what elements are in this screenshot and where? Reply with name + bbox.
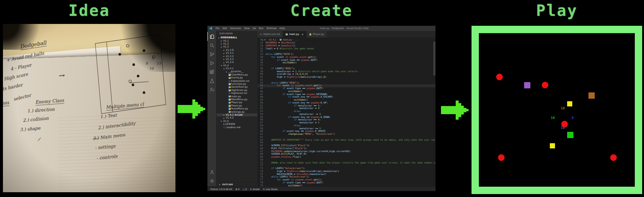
- code-line-45: 45 if event.type == pygame.QUIT:: [257, 87, 435, 90]
- tree-item-v1-4-1-arcade[interactable]: ▸V1.4.1 Arcade: [217, 113, 257, 116]
- tree-item-functions-py[interactable]: functions.py: [217, 82, 257, 85]
- tree-item-mainmenu-py[interactable]: MainMenu.py: [217, 98, 257, 101]
- tree-item-label: V1.4.1 Arcade: [226, 113, 243, 116]
- tab-main-py[interactable]: main.py×: [283, 31, 306, 38]
- tab-label: Highscore.txt: [263, 33, 280, 36]
- menu-help[interactable]: Help: [278, 27, 287, 30]
- line-number: 57: [257, 122, 266, 124]
- breadcrumb-item: V1.4.1: [269, 38, 276, 41]
- tree-item-highscore-txt[interactable]: ≡Highscore.txt: [217, 92, 257, 95]
- explorer-icon[interactable]: [207, 32, 216, 41]
- account-icon[interactable]: [207, 168, 216, 176]
- tree-item-v1-1[interactable]: ▸V1.1: [217, 39, 257, 42]
- breadcrumb-separator: ›: [293, 38, 294, 41]
- code-line-51: 51 if menuCursor == 1:: [257, 105, 435, 108]
- idea-photo: 581310 Dodgeball+ Avoid red balls4 - Pla…: [3, 24, 175, 192]
- tree-item-rulesmenu-py[interactable]: RulesMenu.py: [217, 107, 257, 110]
- code-line-60: 60 if event.key == pygame.K_SPACE:: [257, 130, 435, 133]
- chevron-right-icon: ▸: [223, 117, 225, 119]
- red-ball: [498, 154, 505, 161]
- settings-gear-icon[interactable]: [207, 176, 216, 185]
- tree-item-readme-md[interactable]: ⓘreadme.md: [217, 126, 257, 129]
- code-line-42: 42: [257, 79, 435, 82]
- menu-go[interactable]: Go: [251, 27, 257, 30]
- code-line-49: 49 exitGame(): [257, 99, 435, 102]
- line-number: 39: [257, 70, 266, 73]
- tree-item-v1-3-4[interactable]: ▸V1.3.4: [217, 61, 257, 64]
- menu-run[interactable]: Run: [257, 27, 265, 30]
- tree-item-gameover-py[interactable]: GameOver.py: [217, 85, 257, 88]
- tree-item-enemy-py[interactable]: Enemy.py: [217, 76, 257, 79]
- tree-item-power-py[interactable]: Power.py: [217, 104, 257, 107]
- tree-item-license[interactable]: §LICENSE: [217, 123, 257, 126]
- tree-item-v1-3-0[interactable]: ▸V1.3.0: [217, 49, 257, 52]
- tab-player-py[interactable]: Player.py: [307, 31, 327, 38]
- tree-item-v1-2[interactable]: ▸V1.2: [217, 42, 257, 45]
- tree-item-colormenu-py[interactable]: ColorMenu.py: [217, 73, 257, 76]
- python-file-icon: [228, 105, 231, 107]
- line-number: 73: [257, 167, 266, 170]
- editor-tabbar: ≡Highscore.txtmain.py×Player.py: [257, 31, 435, 38]
- tree-item-label: settings.py: [231, 110, 245, 113]
- tree-item-v1-5[interactable]: ▸V1.5: [217, 120, 257, 123]
- menu-edit[interactable]: Edit: [221, 27, 229, 30]
- tree-item-v1-3-3[interactable]: ▸V1.3.3: [217, 58, 257, 61]
- outline-section[interactable]: ▸ OUTLINE: [217, 182, 257, 186]
- arrow-icon-create-to-play: [441, 99, 469, 122]
- tree-item-v1-3-2[interactable]: ▸V1.3.2: [217, 54, 257, 57]
- line-number: 31: [257, 48, 266, 50]
- breadcrumb[interactable]: V1.4›V1.4.1›main.py›…: [257, 38, 435, 42]
- tree-item-v1-4-2[interactable]: ▸V1.4.2: [217, 116, 257, 119]
- text-file-icon: ≡: [260, 33, 262, 35]
- code-line-75: 75 RULESSCREEN = RulesMenu(menuCursor): [257, 173, 435, 176]
- source-control-icon[interactable]: [207, 50, 216, 59]
- tree-item-label: V1.3.4: [226, 61, 234, 64]
- code-line-66: 66 PLAY.fill(color["Black"]): [257, 147, 435, 150]
- live-share-icon[interactable]: [207, 85, 216, 94]
- menu-file[interactable]: File: [214, 27, 221, 30]
- tab-highscore-txt[interactable]: ≡Highscore.txt: [257, 31, 283, 38]
- search-icon[interactable]: [207, 41, 216, 50]
- explorer-header[interactable]: EXPLORER: [217, 31, 257, 36]
- tree-item-v1-4-1[interactable]: ▾V1.4.1: [217, 67, 257, 70]
- code-line-48: 48 if event.key == pygame.K_ESCAPE:: [257, 96, 435, 99]
- status-0[interactable]: ⊗0: [235, 188, 239, 190]
- editor-scrollbar[interactable]: [433, 42, 435, 186]
- status-live-share[interactable]: ↻Live Share: [263, 188, 278, 190]
- line-number: 64: [257, 141, 266, 144]
- tree-item-player-py[interactable]: Player.py: [217, 101, 257, 104]
- status-python-3-9-9-64-bit[interactable]: Python 3.9.9 64-bit: [210, 188, 232, 190]
- chevron-right-icon: ▸: [220, 39, 223, 42]
- close-icon[interactable]: ×: [301, 33, 303, 36]
- tree-item-label: V1.3: [223, 45, 229, 48]
- tree-item-label: V1.1: [223, 39, 229, 42]
- tree-item-settings-py[interactable]: settings.py: [217, 110, 257, 113]
- arrow-icon-idea-to-create: [178, 98, 206, 120]
- chevron-right-icon: ▸: [223, 52, 225, 54]
- status-0[interactable]: △0: [243, 188, 247, 190]
- testing-icon[interactable]: [207, 76, 216, 85]
- tree-item-v1-4[interactable]: ▾V1.4: [217, 64, 257, 67]
- red-ball: [610, 154, 617, 161]
- tree-item-v1-3[interactable]: ▾V1.3: [217, 45, 257, 48]
- line-number: 37: [257, 64, 266, 67]
- chevron-right-icon: ▸: [223, 58, 225, 60]
- menu-view[interactable]: View: [242, 27, 251, 30]
- chevron-right-icon: ▸: [223, 61, 225, 64]
- tree-item-main-py[interactable]: main.py: [217, 95, 257, 98]
- run-debug-icon[interactable]: [207, 59, 216, 67]
- tree-item--pycache-[interactable]: ▸__pycache__: [217, 70, 257, 73]
- tree-item-v1-3-1[interactable]: ▸V1.3.1: [217, 52, 257, 54]
- menu-selection[interactable]: Selection: [228, 27, 242, 30]
- extensions-icon[interactable]: [207, 67, 216, 76]
- composite-image: Idea Create Play 581310 Dodgeba: [0, 0, 644, 197]
- line-number: 68: [257, 153, 266, 156]
- status-zirolet[interactable]: ↯zirolet: [250, 188, 260, 190]
- tree-item-highscore-py[interactable]: HighScore.py: [217, 89, 257, 92]
- python-file-icon: [228, 86, 231, 88]
- line-number: 47: [257, 93, 266, 96]
- tree-item-dodgeball[interactable]: ▾DODGEBALL: [217, 36, 257, 39]
- code-line-46: 46 exitGame(): [257, 90, 435, 93]
- tree-item-explanation-txt[interactable]: ≡Explanation.txt: [217, 79, 257, 82]
- menu-terminal[interactable]: Terminal: [265, 27, 278, 30]
